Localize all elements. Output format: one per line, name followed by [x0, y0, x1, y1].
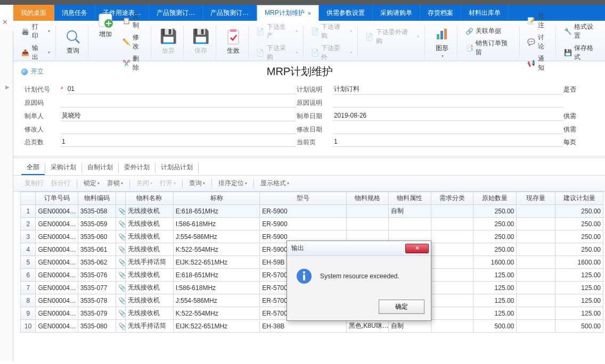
create-date-field[interactable]: 2019-08-26: [333, 111, 563, 121]
cell-spec[interactable]: I:586-618MHz: [173, 282, 260, 294]
cell-stock[interactable]: [517, 218, 555, 230]
cell-matname[interactable]: 无线接收机: [126, 230, 173, 243]
subtab-planitem[interactable]: 计划品计划: [156, 161, 198, 175]
cell-suggest[interactable]: 125.00: [555, 307, 603, 320]
cell-code[interactable]: 3535-061: [78, 243, 116, 256]
cell-spec[interactable]: K:522-554MHz: [173, 243, 260, 256]
cell-spec[interactable]: E:618-651MHz: [173, 269, 260, 282]
cell-clip[interactable]: 📎: [116, 269, 125, 282]
tab-forecast1[interactable]: 产品预测订…: [149, 5, 203, 21]
cell-matname[interactable]: 无线手持话筒: [126, 256, 173, 269]
cell-demand[interactable]: [431, 282, 473, 294]
cell-suggest[interactable]: 500.00: [555, 320, 603, 333]
close-left-panel-icon[interactable]: ✕: [2, 18, 8, 26]
col-suggest[interactable]: 建议计划量: [555, 192, 603, 205]
close-icon[interactable]: ×: [308, 10, 311, 16]
cell-code[interactable]: 3535-062: [78, 256, 116, 269]
copy-row-button[interactable]: 复制行: [21, 178, 47, 189]
cell-order[interactable]: GEN00004…: [36, 282, 78, 294]
cell-mspec[interactable]: [347, 205, 389, 218]
col-spec[interactable]: 标称: [173, 192, 260, 205]
effect-button[interactable]: 生效: [222, 27, 245, 56]
cell-suggest[interactable]: 125.00: [555, 269, 603, 282]
cell-suggest[interactable]: 250.00: [555, 243, 603, 256]
cell-orig[interactable]: 250.00: [473, 218, 516, 230]
creator-field[interactable]: 莫晓玲: [61, 111, 297, 121]
cell-code[interactable]: 3535-080: [78, 320, 116, 333]
cell-demand[interactable]: [431, 218, 473, 230]
display-format-button[interactable]: 显示格式▾: [257, 178, 292, 189]
cell-suggest[interactable]: 250.00: [555, 218, 603, 230]
plan-desc-field[interactable]: 计划订料: [333, 84, 563, 95]
cell-code[interactable]: 3535-078: [78, 294, 116, 307]
cell-demand[interactable]: [431, 205, 473, 218]
cell-orig[interactable]: 500.00: [473, 320, 516, 333]
cell-suggest[interactable]: 250.00: [555, 205, 603, 218]
cell-stock[interactable]: [517, 294, 555, 307]
tab-material-out[interactable]: 材料出库单: [461, 5, 509, 21]
cell-demand[interactable]: [431, 307, 473, 320]
print-button[interactable]: 🖨️打印▾: [19, 21, 52, 42]
cell-spec[interactable]: E:618-651MHz: [173, 205, 260, 218]
col-mspec[interactable]: 物料规格: [347, 192, 389, 205]
modify-date-field[interactable]: [333, 125, 563, 134]
subtab-selfmake[interactable]: 自制计划: [82, 161, 118, 175]
cell-orig[interactable]: 250.00: [473, 205, 516, 218]
cell-demand[interactable]: [431, 256, 473, 269]
reason-desc-field[interactable]: [333, 98, 563, 107]
cell-order[interactable]: GEN00004…: [36, 307, 78, 320]
sort-button[interactable]: 排序定位▾: [215, 178, 250, 189]
save-format-button[interactable]: 💾保存格式: [561, 43, 602, 63]
discuss-button[interactable]: 💬讨论: [525, 32, 553, 52]
cell-order[interactable]: GEN00004…: [36, 243, 78, 256]
cell-suggest[interactable]: 250.00: [555, 230, 603, 243]
cell-spec[interactable]: J:554-586MHz: [173, 230, 260, 243]
cell-matname[interactable]: 无线接收机: [126, 218, 173, 230]
close-row-button[interactable]: 关闭▾: [133, 178, 156, 189]
cell-model[interactable]: ER-5900: [260, 218, 347, 230]
cell-suggest[interactable]: 125.00: [555, 294, 603, 307]
modify-button[interactable]: ✏️修改: [120, 32, 148, 52]
cell-suggest[interactable]: 125.00: [555, 282, 603, 294]
cell-model[interactable]: ER-5900: [260, 205, 347, 218]
cell-clip[interactable]: 📎: [116, 256, 125, 269]
cell-clip[interactable]: 📎: [116, 205, 125, 218]
cell-orig[interactable]: 250.00: [473, 243, 516, 256]
cell-matname[interactable]: 无线手持话筒: [126, 320, 173, 333]
cell-attr[interactable]: [389, 218, 431, 230]
subtab-purchase[interactable]: 采购计划: [45, 161, 81, 175]
cell-attr[interactable]: 自制: [389, 320, 431, 333]
cell-spec[interactable]: K:522-554MHz: [173, 307, 260, 320]
modifier-field[interactable]: [61, 125, 297, 134]
cell-stock[interactable]: [517, 205, 555, 218]
issue-ext-button[interactable]: 📄下达委外▾: [309, 43, 354, 63]
cell-demand[interactable]: [431, 294, 473, 307]
cell-mspec[interactable]: [347, 218, 389, 230]
sales-reserve-button[interactable]: 📑销售订单预留: [463, 38, 516, 58]
tab-forecast2[interactable]: 产品预测订…: [203, 5, 257, 21]
unlock-button[interactable]: 弃锁▾: [104, 178, 126, 189]
cell-spec[interactable]: EIJK:522-651MHz: [173, 320, 260, 333]
plan-code-field[interactable]: 01: [67, 85, 297, 94]
cell-clip[interactable]: 📎: [116, 320, 125, 333]
cell-orig[interactable]: 125.00: [473, 294, 516, 307]
col-rownum[interactable]: [21, 192, 36, 205]
cell-order[interactable]: GEN00004…: [36, 256, 78, 269]
cell-matname[interactable]: 无线接收机: [126, 294, 173, 307]
cell-suggest[interactable]: 1600.00: [555, 256, 603, 269]
col-name[interactable]: 物料名称: [126, 192, 173, 205]
cell-order[interactable]: GEN00004…: [36, 218, 78, 230]
cell-model[interactable]: EH-38B: [260, 320, 347, 333]
cell-matname[interactable]: 无线接收机: [126, 269, 173, 282]
tab-mrp[interactable]: MRP计划维护×: [257, 5, 319, 21]
cell-matname[interactable]: 无线接收机: [126, 282, 173, 294]
cell-matname[interactable]: 无线接收机: [126, 307, 173, 320]
issue-prod-button[interactable]: 📄下达生产▾: [254, 21, 299, 42]
dialog-titlebar[interactable]: 输出 ✕: [287, 241, 431, 256]
cell-spec[interactable]: I:586-618MHz: [173, 218, 260, 230]
col-order[interactable]: 订单号码: [36, 192, 78, 205]
issue-req-button[interactable]: 📄下达请购▾: [309, 21, 354, 42]
issue-ext-req-button[interactable]: 📄下达委外请购▾: [363, 27, 421, 47]
table-row[interactable]: 2GEN00004…3535-059📎无线接收机I:586-618MHzER-5…: [21, 218, 603, 230]
open-row-button[interactable]: 打开▾: [157, 178, 179, 189]
